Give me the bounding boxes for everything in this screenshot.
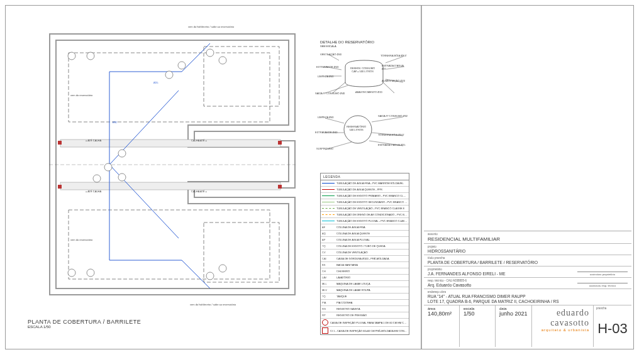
- legend-swatch: [322, 189, 335, 190]
- legend-label: LAVATÓRIO: [336, 276, 408, 279]
- svg-rect-25: [278, 185, 282, 189]
- lbl-saida2: SAÍDA P/ CONSUMO Ø32: [378, 114, 408, 118]
- svg-point-19: [87, 269, 94, 277]
- legend-swatch: AQ: [322, 232, 335, 235]
- legend-label: BACIA SANITÁRIA: [336, 263, 408, 266]
- resp-k: resp. técnico - CAU A038805-6: [428, 279, 471, 282]
- legend-label: COLUNA DE ÁGUA QUENTE: [336, 232, 408, 235]
- leader-resv-2: vem do reservatório: [70, 238, 92, 241]
- gutter-left-2: = ATÉ CALHA: [86, 190, 101, 193]
- legend-swatch: AP: [322, 238, 335, 241]
- svg-point-16: [93, 175, 101, 182]
- legend-swatch: BS: [322, 263, 335, 266]
- resv-circle-name: RESERVATÓRIO500 LITROS: [347, 125, 366, 131]
- legend-swatch: [322, 183, 335, 184]
- legend-row: TUBULAÇÃO DE VENTILAÇÃO - PVC BRANCO CLA…: [321, 206, 409, 212]
- svg-line-39: [372, 117, 403, 122]
- legend-row: LAVLAVATÓRIO: [321, 275, 409, 281]
- legend-swatch: CAI: [322, 257, 335, 260]
- legend-label: TUBULAÇÃO DE ESGOTO PRIMÁRIO - PVC BRANC…: [336, 194, 408, 197]
- legend-row: CVCOLUNA DE VENTILAÇÃO: [321, 250, 409, 256]
- legend-row: TQTANQUE: [321, 294, 409, 300]
- legend-row: CHCHUVEIRO: [321, 268, 409, 275]
- svg-point-11: [178, 62, 186, 69]
- svg-point-14: [118, 150, 126, 157]
- roof-plan-drawing: vem do hidrômetro / sobe ao reservatório…: [28, 21, 311, 310]
- lbl-torneira: TORNEIRA BÓIA Ø3/4": [380, 54, 407, 57]
- legend-row: CAIXA DE INSPEÇÃO PLUVIAL PARA TAMPA 1 D…: [321, 319, 409, 327]
- legend-label: CHUVEIRO: [336, 270, 408, 273]
- brand-tag: arquiteto & urbanista: [536, 328, 589, 332]
- svg-point-15: [104, 163, 112, 171]
- brand-name: eduardo cavasotto: [536, 308, 589, 328]
- title-block: assunto RESIDENCIAL MULTIFAMILIAR projet…: [424, 231, 631, 347]
- legend-swatch: [322, 214, 335, 215]
- legend-row: RGREGISTRO GAVETA: [321, 306, 409, 312]
- end-l1: RUA "14" - ATUAL RUA FRANCISMO DIMER RAU…: [428, 294, 628, 299]
- sheet-k: prancha: [594, 305, 631, 310]
- lbl-extra: EXTRAVASOR Ø40: [316, 65, 338, 69]
- legend-swatch: TQ: [322, 295, 335, 298]
- legend-label: COLUNA DE ÁGUA FRIA: [336, 226, 408, 229]
- legend-swatch: MLL: [322, 282, 335, 285]
- legend-row: MLLMÁQUINA DE LAVAR LOUÇA: [321, 281, 409, 287]
- svg-rect-23: [278, 141, 282, 145]
- legend-row: AFCOLUNA DE ÁGUA FRIA: [321, 224, 409, 231]
- legend-row: BSBACIA SANITÁRIA: [321, 262, 409, 268]
- legend-row: PIAPIA COZINHA: [321, 300, 409, 306]
- brand-block: eduardo cavasotto arquiteto & urbanista: [532, 305, 593, 347]
- legend-label: CAIXA DE GORDURA Ø100 - PRÉ-MOLDADA: [336, 257, 408, 260]
- legend-swatch: [322, 202, 335, 202]
- resp-v: Arq. Eduardo Cavasotto: [428, 283, 471, 287]
- pipe-tag-2: Ø32: [113, 121, 118, 124]
- svg-point-13: [219, 57, 226, 64]
- lbl-limpeza2: LIMPEZA Ø40: [318, 116, 334, 119]
- svg-rect-22: [58, 141, 62, 145]
- detail-title: DETALHE DO RESERVATÓRIO: [320, 40, 408, 44]
- gutter-right-2: CALHA ATÉ =: [191, 190, 207, 193]
- svg-point-12: [206, 49, 214, 57]
- legend-label: COLUNA DE ESGOTO / TUBO DE QUEDA: [336, 244, 408, 248]
- svg-rect-4: [204, 47, 279, 106]
- prop-v: J.A. FERNANDES ALFONSO EIRELI - ME: [428, 272, 506, 276]
- legend-row: AQCOLUNA DE ÁGUA QUENTE: [321, 231, 409, 237]
- escala-v: 1/50: [464, 310, 491, 317]
- legend-label: TUBULAÇÃO DE ÁGUA QUENTE - PPR: [336, 188, 408, 191]
- legend-row: CI 1 - CAIXA DE INSPEÇÃO 60x60 CM PRÉ-MO…: [321, 327, 409, 334]
- legend-label: COLUNA DE VENTILAÇÃO: [336, 251, 408, 254]
- svg-rect-7: [60, 182, 280, 190]
- svg-rect-5: [204, 222, 279, 282]
- area-v: 140,80m²: [428, 310, 455, 317]
- svg-point-20: [206, 272, 214, 280]
- assunto-k: assunto: [428, 233, 628, 236]
- svg-line-32: [386, 57, 403, 63]
- lbl-abast: ABASTECIMENTO Ø20: [355, 91, 382, 94]
- lbl-aliment: ALIMENTAÇÃO Ø20: [382, 79, 405, 82]
- plan-scale: ESCALA 1/50: [28, 325, 141, 329]
- legend-label: REGISTRO DE PRESSÃO: [336, 314, 408, 317]
- reservoir-detail: DETALHE DO RESERVATÓRIO SEM ESCALA VE: [320, 40, 408, 160]
- lbl-saida: SAÍDA P/ CONSUMO Ø40: [315, 92, 345, 95]
- legend-title: LEGENDA: [321, 173, 409, 180]
- legend-row: MLVMÁQUINA DE LAVAR ROUPA: [321, 287, 409, 294]
- lbl-torneira2: TORNEIRA BÓIA Ø3/4": [378, 133, 404, 136]
- legend-row: CAICAIXA DE GORDURA Ø100 - PRÉ-MOLDADA: [321, 256, 409, 262]
- plan-svg: [28, 21, 311, 310]
- legend-label: TUBULAÇÃO DE ÁGUA FRIA - PVC MARROM SOLD…: [336, 182, 408, 185]
- legend-label: TUBULAÇÃO DE ESGOTO SECUNDÁRIO - PVC BRA…: [336, 200, 408, 204]
- svg-point-9: [87, 52, 94, 60]
- prancha-k: título prancha: [428, 256, 628, 260]
- legend-label: TANQUE: [336, 295, 408, 298]
- svg-point-18: [68, 269, 75, 277]
- legend-row: RPREGISTRO DE PRESSÃO: [321, 312, 409, 319]
- resv-top-name: RESERV. CONSUMOCAP.= 500 LITROS: [350, 67, 375, 73]
- legend-swatch: RP: [322, 314, 335, 317]
- legend-swatch: CV: [322, 251, 335, 254]
- legend-label: MÁQUINA DE LAVAR LOUÇA: [336, 282, 408, 285]
- legend-swatch: LAV: [322, 276, 335, 279]
- svg-rect-2: [69, 53, 270, 122]
- prop-k: proprietário: [428, 268, 506, 271]
- legend-label: MÁQUINA DE LAVAR ROUPA: [336, 288, 408, 292]
- legend-swatch: TQ: [322, 244, 335, 248]
- legend-row: TUBULAÇÃO DE DRENO DE AR CONDICIONADO - …: [321, 212, 409, 218]
